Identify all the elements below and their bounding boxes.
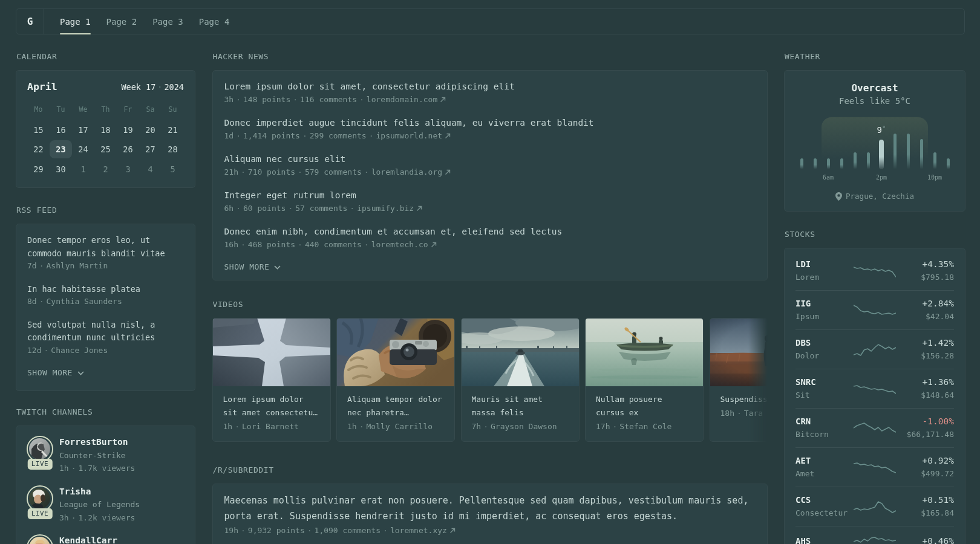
- stock-change: +1.36%: [896, 376, 954, 389]
- domain-link[interactable]: ipsumify.biz: [357, 204, 422, 213]
- separator-dot: ·: [234, 95, 243, 104]
- stock-price: $165.84: [896, 507, 954, 519]
- stock-change: +4.35%: [896, 258, 954, 271]
- calendar-day: 21: [162, 121, 184, 139]
- domain-link[interactable]: loremnet.xyz: [390, 526, 456, 535]
- hackernews-show-more-button[interactable]: SHOW MORE: [224, 261, 756, 273]
- comments-link[interactable]: 440 comments: [305, 240, 362, 249]
- video-title[interactable]: Aliquam tempor dolor nec pharetra…: [347, 393, 444, 419]
- comments-link[interactable]: 1,090 comments: [315, 526, 381, 535]
- comments-link[interactable]: 57 comments: [295, 204, 347, 213]
- item-time: 19h: [224, 526, 238, 535]
- hackernews-item-title[interactable]: Aliquam nec cursus elit: [224, 152, 756, 166]
- twitch-channel-name[interactable]: KendallCarr: [59, 534, 117, 544]
- stock-identity: CCSConsectetur: [795, 494, 854, 519]
- app-logo[interactable]: G: [16, 9, 44, 34]
- stock-identity: SNRCSit: [795, 376, 854, 401]
- separator-dot: ·: [238, 526, 248, 535]
- comments-link[interactable]: 579 comments: [305, 167, 362, 176]
- video-meta: 17h·Stefan Cole: [596, 421, 693, 433]
- stock-row[interactable]: SNRCSit +1.36%$148.64: [795, 369, 954, 408]
- video-meta: 7h·Grayson Dawson: [472, 421, 569, 433]
- stock-name: Amet: [795, 467, 854, 480]
- domain-link[interactable]: loremlandia.org: [371, 167, 451, 176]
- hackernews-item: Lorem ipsum dolor sit amet, consectetur …: [224, 80, 756, 106]
- video-title[interactable]: Nullam posuere cursus ex: [596, 393, 693, 419]
- rss-show-more-button[interactable]: SHOW MORE: [27, 367, 184, 379]
- hackernews-box: Lorem ipsum dolor sit amet, consectetur …: [212, 70, 768, 280]
- hackernews-item-title[interactable]: Donec imperdiet augue tincidunt felis al…: [224, 116, 756, 129]
- stock-row[interactable]: CRNBitcorn -1.00%$66,171.48: [795, 408, 954, 447]
- time-label: 10pm: [927, 172, 942, 184]
- calendar-day: 19: [117, 121, 139, 139]
- rss-item-title[interactable]: Donec tempor eros leo, ut commodo mauris…: [27, 234, 184, 260]
- item-time: 7h: [472, 422, 482, 431]
- separator-dot: ·: [238, 167, 248, 176]
- stock-change: +1.42%: [896, 337, 954, 349]
- twitch-channel-name[interactable]: Trisha: [59, 485, 140, 499]
- twitch-avatar-wrap: LIVE: [27, 534, 53, 544]
- subreddit-post-title[interactable]: Maecenas mollis pulvinar erat non posuer…: [224, 493, 756, 524]
- domain-link[interactable]: loremtech.co: [371, 240, 437, 249]
- stock-row[interactable]: DBSDolor +1.42%$156.28: [795, 329, 954, 369]
- weather-location[interactable]: Prague, Czechia: [795, 190, 955, 202]
- video-card[interactable]: Mauris sit amet massa felis 7h·Grayson D…: [461, 318, 580, 442]
- hackernews-item: Aliquam nec cursus elit 21h·710 points·5…: [224, 152, 756, 178]
- nav-tab-page-1[interactable]: Page 1: [52, 9, 99, 34]
- calendar-day: 29: [27, 160, 50, 178]
- twitch-channel[interactable]: LIVE KendallCarr: [27, 534, 185, 544]
- twitch-channel-category[interactable]: Counter-Strike: [59, 449, 135, 462]
- calendar-day: 4: [139, 160, 162, 178]
- weather-bar: [840, 158, 843, 169]
- video-card[interactable]: Lorem ipsum dolor sit amet consectetu… 1…: [212, 318, 331, 442]
- rss-item-title[interactable]: In hac habitasse platea: [27, 283, 184, 296]
- stream-viewers: 1.7k viewers: [78, 464, 135, 473]
- nav-tab-page-4[interactable]: Page 4: [191, 9, 238, 34]
- nav-tab-page-3[interactable]: Page 3: [145, 9, 191, 34]
- domain-link[interactable]: ipsumworld.net: [376, 131, 451, 140]
- stock-row[interactable]: AHS +0.46%: [795, 526, 954, 544]
- stock-row[interactable]: LDILorem +4.35%$795.18: [795, 248, 954, 290]
- subreddit-post: Maecenas mollis pulvinar erat non posuer…: [224, 493, 756, 537]
- video-title[interactable]: Suspendisse diam: [720, 393, 768, 406]
- video-card[interactable]: Suspendisse diam 18h·Tara: [710, 318, 768, 442]
- weather-bar-column: [808, 117, 822, 169]
- video-card[interactable]: Aliquam tempor dolor nec pharetra… 1h·Mo…: [336, 318, 455, 442]
- separator-dot: ·: [362, 167, 371, 176]
- separator-dot: ·: [381, 526, 390, 535]
- show-more-label: SHOW MORE: [27, 367, 73, 379]
- hackernews-item-title[interactable]: Donec enim nibh, condimentum et accumsan…: [224, 225, 756, 238]
- comments-link[interactable]: 116 comments: [300, 95, 357, 104]
- twitch-channel[interactable]: LIVE Trisha League of Legends 3h·1.2k vi…: [27, 485, 185, 525]
- comments-link[interactable]: 299 comments: [310, 131, 367, 140]
- video-title[interactable]: Lorem ipsum dolor sit amet consectetu…: [223, 393, 320, 419]
- stock-row[interactable]: CCSConsectetur +0.51%$165.84: [795, 487, 954, 526]
- rss-widget: RSS FEED Donec tempor eros leo, ut commo…: [16, 206, 195, 391]
- stock-row[interactable]: IIGIpsum +2.84%$42.04: [795, 290, 954, 329]
- twitch-channel[interactable]: LIVE ForrestBurton Counter-Strike 1h·1.7…: [27, 436, 185, 475]
- stock-row[interactable]: AETAmet +0.92%$499.72: [795, 447, 954, 487]
- stock-values: +1.36%$148.64: [896, 376, 954, 401]
- external-link-icon: [431, 242, 437, 248]
- separator-dot: ·: [238, 240, 248, 249]
- item-points: 9,932 points: [248, 526, 305, 535]
- video-title[interactable]: Mauris sit amet massa felis: [472, 393, 569, 419]
- nav-tab-page-2[interactable]: Page 2: [99, 9, 145, 34]
- weather-widget: WEATHER Overcast Feels like 5°C 9° 6am 2…: [784, 53, 965, 212]
- stock-name: Lorem: [795, 271, 854, 283]
- hackernews-widget-label: HACKER NEWS: [212, 53, 768, 61]
- separator-dot: ·: [347, 204, 357, 213]
- rss-item-title[interactable]: Sed volutpat nulla nisl, a condimentum n…: [27, 319, 184, 345]
- video-card[interactable]: Nullam posuere cursus ex 17h·Stefan Cole: [585, 318, 704, 442]
- twitch-channel-category[interactable]: League of Legends: [59, 498, 140, 511]
- hackernews-item-title[interactable]: Integer eget rutrum lorem: [224, 189, 756, 202]
- twitch-channel-name[interactable]: ForrestBurton: [59, 436, 135, 449]
- stock-sparkline: [854, 381, 896, 397]
- hackernews-item-title[interactable]: Lorem ipsum dolor sit amet, consectetur …: [224, 80, 756, 93]
- stock-identity: DBSDolor: [795, 337, 854, 362]
- separator-dot: ·: [362, 240, 371, 249]
- weekday-label: Su: [162, 104, 184, 115]
- avatar: [27, 534, 53, 544]
- domain-link[interactable]: loremdomain.com: [367, 95, 446, 104]
- rss-item: Donec tempor eros leo, ut commodo mauris…: [27, 234, 184, 273]
